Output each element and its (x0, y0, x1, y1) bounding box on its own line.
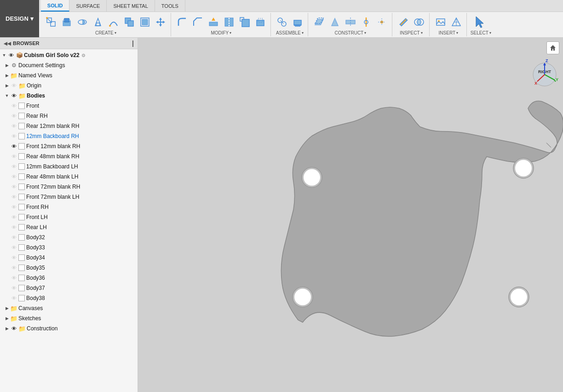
body-checkbox[interactable] (18, 153, 25, 160)
tree-named-views[interactable]: ▶ 📁 Named Views (0, 70, 138, 81)
origin-eye-icon[interactable]: 👁 (10, 82, 17, 89)
offset-plane-icon[interactable] (312, 15, 327, 29)
tree-body-3[interactable]: 👁 12mm Backboard RH (0, 131, 138, 141)
chamfer-icon[interactable] (190, 15, 205, 29)
midplane-icon[interactable] (343, 15, 358, 29)
shell-icon[interactable] (138, 15, 152, 29)
body-checkbox[interactable] (18, 204, 25, 210)
body-checkbox[interactable] (18, 123, 25, 129)
interference-icon[interactable] (412, 15, 426, 29)
body-eye-icon[interactable]: 👁 (10, 112, 17, 120)
body-checkbox[interactable] (18, 143, 25, 150)
tree-body-16[interactable]: 👁 Body35 (0, 263, 138, 273)
fillet-icon[interactable] (175, 15, 190, 29)
revolve-icon[interactable] (75, 15, 90, 29)
construction-eye-icon[interactable]: 👁 (10, 325, 17, 332)
assemble-label[interactable]: ASSEMBLE ▾ (276, 30, 304, 35)
body-eye-icon[interactable]: 👁 (10, 244, 17, 251)
tree-body-5[interactable]: 👁 Rear 48mm blank RH (0, 151, 138, 161)
scale-icon[interactable] (237, 15, 252, 29)
combine-icon[interactable] (122, 15, 137, 29)
body-checkbox[interactable] (18, 184, 25, 190)
body-eye-icon[interactable]: 👁 (10, 284, 17, 292)
press-pull-icon[interactable] (206, 15, 221, 29)
tree-canvases[interactable]: ▶ 📁 Canvases (0, 303, 138, 313)
body-eye-icon[interactable]: 👁 (10, 234, 17, 241)
select-tool-icon[interactable] (473, 15, 488, 29)
design-button[interactable]: DESIGN ▾ (0, 0, 39, 37)
body-eye-icon[interactable]: 👁 (10, 122, 17, 130)
tree-body-2[interactable]: 👁 Rear 12mm blank RH (0, 121, 138, 131)
body-checkbox[interactable] (18, 285, 25, 291)
tree-sketches[interactable]: ▶ 📁 Sketches (0, 313, 138, 323)
bodies-eye-icon[interactable]: 👁 (10, 92, 17, 99)
tree-body-13[interactable]: 👁 Body32 (0, 232, 138, 242)
body-eye-icon[interactable]: 👁 (10, 193, 17, 201)
body-eye-icon[interactable]: 👁 (10, 143, 17, 150)
body-eye-icon[interactable]: 👁 (10, 224, 17, 231)
tab-solid[interactable]: SOLID (41, 0, 70, 12)
tab-tools[interactable]: TOOLS (155, 0, 185, 12)
tree-bodies[interactable]: ▼ 👁 📁 Bodies (0, 91, 138, 101)
body-checkbox[interactable] (18, 275, 25, 281)
point-icon[interactable] (374, 15, 389, 29)
root-visibility[interactable]: 👁 (7, 52, 15, 59)
body-checkbox[interactable] (18, 173, 25, 180)
tab-sheet-metal[interactable]: SHEET METAL (107, 0, 155, 12)
body-eye-icon[interactable]: 👁 (10, 254, 17, 261)
measure-icon[interactable] (396, 15, 411, 29)
tree-body-18[interactable]: 👁 Body37 (0, 283, 138, 293)
body-checkbox[interactable] (18, 244, 25, 251)
viewport[interactable]: RIGHT Z Y X (138, 38, 563, 392)
modify-label[interactable]: MODIFY ▾ (211, 30, 231, 35)
root-menu[interactable]: ⚙ (81, 53, 86, 58)
body-checkbox[interactable] (18, 234, 25, 241)
loft-icon[interactable] (91, 15, 105, 29)
tree-body-9[interactable]: 👁 Front 72mm blank LH (0, 192, 138, 202)
body-checkbox[interactable] (18, 295, 25, 301)
body-eye-icon[interactable]: 👁 (10, 173, 17, 180)
body-eye-icon[interactable]: 👁 (10, 213, 17, 221)
body-eye-icon[interactable]: 👁 (10, 274, 17, 282)
tree-construction[interactable]: ▶ 👁 📁 Construction (0, 323, 138, 334)
tab-surface[interactable]: SURFACE (69, 0, 107, 12)
move-icon[interactable] (153, 15, 168, 29)
extrude-icon[interactable] (59, 15, 74, 29)
tree-root[interactable]: ▼ 👁 📦 Cubism Girl Solo v22 ⚙ (0, 50, 138, 60)
home-button[interactable] (546, 41, 559, 54)
body-eye-icon[interactable]: 👁 (10, 264, 17, 271)
new-component-icon[interactable] (44, 15, 58, 29)
tree-origin[interactable]: ▶ 👁 📁 Origin (0, 81, 138, 91)
insert-label[interactable]: INSERT ▾ (439, 30, 459, 35)
create-label[interactable]: CREATE ▾ (95, 30, 116, 35)
tree-document-settings[interactable]: ▶ ⚙ Document Settings (0, 60, 138, 70)
insert-image-icon[interactable] (433, 15, 448, 29)
tree-body-8[interactable]: 👁 Front 72mm blank RH (0, 182, 138, 192)
body-checkbox[interactable] (18, 254, 25, 261)
pin-icon[interactable]: | (132, 40, 134, 47)
tree-body-7[interactable]: 👁 Rear 48mm blank LH (0, 172, 138, 182)
body-checkbox[interactable] (18, 113, 25, 119)
joint-icon[interactable] (275, 15, 289, 29)
body-checkbox[interactable] (18, 133, 25, 139)
angle-plane-icon[interactable] (327, 15, 342, 29)
body-eye-icon[interactable]: 👁 (10, 133, 17, 140)
offset-faces-icon[interactable] (253, 15, 268, 29)
body-eye-icon[interactable]: 👁 (10, 183, 17, 190)
inspect-label[interactable]: INSPECT ▾ (400, 30, 422, 35)
axis-through-icon[interactable] (359, 15, 373, 29)
body-eye-icon[interactable]: 👁 (10, 203, 17, 211)
tree-body-12[interactable]: 👁 Rear LH (0, 222, 138, 232)
body-checkbox[interactable] (18, 214, 25, 220)
tree-body-19[interactable]: 👁 Body38 (0, 293, 138, 303)
tree-body-6[interactable]: 👁 12mm Backboard LH (0, 161, 138, 172)
body-eye-icon[interactable]: 👁 (10, 163, 17, 170)
tree-body-15[interactable]: 👁 Body34 (0, 253, 138, 263)
body-checkbox[interactable] (18, 194, 25, 200)
tree-body-0[interactable]: 👁 Front (0, 101, 138, 111)
select-label[interactable]: SELECT ▾ (471, 30, 491, 35)
body-eye-icon[interactable]: 👁 (10, 153, 17, 160)
body-checkbox[interactable] (18, 103, 25, 109)
tree-body-10[interactable]: 👁 Front RH (0, 202, 138, 212)
body-eye-icon[interactable]: 👁 (10, 102, 17, 110)
